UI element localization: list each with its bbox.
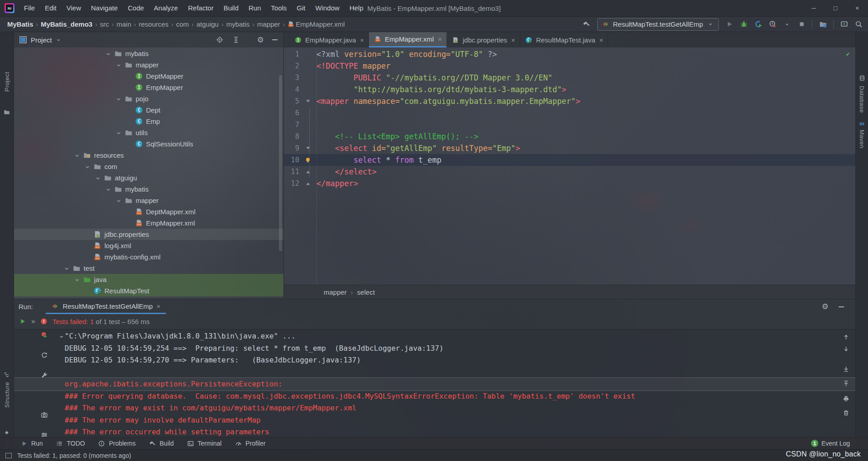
- code-line-1[interactable]: 1<?xml version="1.0" encoding="UTF-8" ?>: [284, 48, 855, 60]
- run-tab[interactable]: ResultMapTest.testGetAllEmp ×: [46, 299, 166, 314]
- locate-icon[interactable]: [216, 36, 224, 44]
- tab-resultmaptest-java[interactable]: CResultMapTest.java×: [520, 32, 609, 47]
- close-icon[interactable]: ×: [438, 35, 442, 43]
- toolwindow-button-run[interactable]: Run: [14, 437, 49, 449]
- code-line-7[interactable]: 7: [284, 119, 855, 131]
- close-icon[interactable]: ×: [511, 36, 515, 44]
- chevron-down-icon[interactable]: [116, 198, 122, 204]
- close-icon[interactable]: ×: [360, 36, 364, 44]
- breadcrumb-item[interactable]: resources: [139, 20, 169, 28]
- chevron-down-icon[interactable]: [64, 265, 70, 272]
- menu-edit[interactable]: Edit: [40, 0, 61, 16]
- code-editor[interactable]: 1<?xml version="1.0" encoding="UTF-8" ?>…: [284, 47, 855, 285]
- tree-item-resources[interactable]: resources: [14, 150, 283, 161]
- code-line-10[interactable]: 10 select * from t_emp: [284, 154, 855, 166]
- breadcrumb-item[interactable]: src: [100, 20, 109, 28]
- tree-item-sqlsessionutils[interactable]: CSqlSessionUtils: [14, 138, 283, 150]
- run-console[interactable]: » "C:\Program Files\Java\jdk1.8.0_131\bi…: [14, 329, 855, 437]
- code-line-8[interactable]: 8 <!-- List<Emp> getAllEmp(); -->: [284, 131, 855, 142]
- code-line-4[interactable]: 4 "http://mybatis.org/dtd/mybatis-3-mapp…: [284, 84, 855, 95]
- menu-navigate[interactable]: Navigate: [86, 0, 123, 16]
- chevron-down-icon[interactable]: [105, 51, 112, 57]
- menu-git[interactable]: Git: [292, 0, 310, 16]
- rerun-failed-tests-icon[interactable]: [40, 331, 48, 339]
- breadcrumb-item[interactable]: mapper: [257, 20, 280, 28]
- chevron-down-icon[interactable]: [85, 164, 91, 170]
- chevron-down-icon[interactable]: [116, 130, 122, 136]
- tree-item-deptmapper-xml[interactable]: <>DeptMapper.xml: [14, 206, 283, 217]
- tree-item-emp[interactable]: CEmp: [14, 116, 283, 127]
- tree-item-pojo[interactable]: pojo: [14, 93, 283, 104]
- maximize-button[interactable]: □: [825, 0, 846, 16]
- toolwindow-button-todo[interactable]: TODO: [49, 437, 91, 449]
- tool-stripe-structure[interactable]: Structure: [0, 371, 14, 408]
- bulb-icon[interactable]: [299, 157, 316, 163]
- debug-icon[interactable]: [740, 20, 748, 28]
- hide-icon[interactable]: [271, 36, 279, 44]
- tree-item-utils[interactable]: utils: [14, 127, 283, 138]
- tree-item-mybatis[interactable]: mybatis: [14, 183, 283, 195]
- chevron-down-icon[interactable]: [105, 186, 112, 193]
- chevron-down-icon[interactable]: [706, 20, 714, 28]
- editor-breadcrumb-item[interactable]: mapper: [324, 288, 347, 296]
- toolwindow-button-profiler[interactable]: Profiler: [228, 437, 272, 449]
- gear-icon[interactable]: ⚙: [256, 36, 264, 44]
- toggle-auto-test-icon[interactable]: [40, 351, 48, 359]
- fold-up-icon[interactable]: [299, 181, 316, 186]
- tree-item-atguigu[interactable]: atguigu: [14, 172, 283, 183]
- code-line-5[interactable]: 5<mapper namespace="com.atguigu.mybatis.…: [284, 95, 855, 107]
- tree-item-mybatis-config-xml[interactable]: <>mybatis-config.xml: [14, 251, 283, 263]
- chevron-down-icon[interactable]: [116, 62, 122, 68]
- chevron-down-icon[interactable]: [74, 152, 80, 159]
- minimize-button[interactable]: ─: [803, 0, 825, 16]
- run-config-selector[interactable]: ResultMapTest.testGetAllEmp: [597, 18, 719, 31]
- toolwindow-toggle-icon[interactable]: [5, 453, 12, 458]
- tab-empmapper-java[interactable]: IEmpMapper.java×: [289, 32, 369, 47]
- menu-window[interactable]: Window: [311, 0, 344, 16]
- tab-empmapper-xml[interactable]: <>EmpMapper.xml×: [369, 32, 447, 47]
- tree-item-mybatis[interactable]: mybatis: [14, 48, 283, 59]
- menu-code[interactable]: Code: [123, 0, 149, 16]
- tree-item-resultmaptest[interactable]: CResultMapTest: [14, 285, 283, 296]
- fold-down-icon[interactable]: [299, 146, 316, 151]
- menu-help[interactable]: Help: [344, 0, 368, 16]
- tool-stripe-project[interactable]: Project: [0, 72, 14, 92]
- tree-item-mapper[interactable]: mapper: [14, 195, 283, 206]
- menu-refactor[interactable]: Refactor: [183, 0, 219, 16]
- gear-icon[interactable]: ⚙: [821, 303, 829, 311]
- thread-dump-icon[interactable]: [40, 411, 48, 419]
- code-line-11[interactable]: 11 </select>: [284, 166, 855, 178]
- project-scrollbar[interactable]: [279, 75, 282, 251]
- tree-item-test[interactable]: test: [14, 263, 283, 274]
- run-icon[interactable]: [725, 20, 733, 28]
- tab-jdbc-properties[interactable]: jdbc.properties×: [447, 32, 520, 47]
- editor-breadcrumb-item[interactable]: select: [357, 288, 375, 296]
- stop-icon[interactable]: [797, 20, 806, 28]
- code-line-9[interactable]: 9 <select id="getAllEmp" resultType="Emp…: [284, 142, 855, 154]
- chevron-down-icon[interactable]: [95, 175, 101, 181]
- menu-run[interactable]: Run: [244, 0, 266, 16]
- tree-item-jdbc-properties[interactable]: jdbc.properties: [14, 229, 283, 240]
- toolwindow-button-build[interactable]: Build: [142, 437, 180, 449]
- tree-item-mapper[interactable]: mapper: [14, 59, 283, 71]
- code-line-12[interactable]: 12</mapper>: [284, 178, 855, 189]
- clear-icon[interactable]: [842, 409, 850, 417]
- close-icon[interactable]: ×: [156, 302, 160, 310]
- toolwindow-button-problems[interactable]: Problems: [91, 437, 142, 449]
- breadcrumb-item[interactable]: EmpMapper.xml: [296, 20, 344, 28]
- scroll-down-icon[interactable]: [842, 345, 850, 353]
- tree-item-empmapper-xml[interactable]: <>EmpMapper.xml: [14, 217, 283, 229]
- breadcrumb-item[interactable]: main: [117, 20, 132, 28]
- menu-file[interactable]: File: [19, 0, 40, 16]
- code-line-3[interactable]: 3 PUBLIC "-//mybatis.org//DTD Mapper 3.0…: [284, 72, 855, 84]
- code-line-6[interactable]: 6: [284, 107, 855, 119]
- collapse-all-icon[interactable]: [232, 36, 240, 44]
- breadcrumb-item[interactable]: MyBatis: [7, 20, 33, 28]
- menu-view[interactable]: View: [61, 0, 86, 16]
- breadcrumb-item[interactable]: com: [176, 20, 189, 28]
- fold-up-icon[interactable]: [299, 169, 316, 174]
- test-settings-icon[interactable]: [40, 371, 48, 379]
- tree-item-empmapper[interactable]: IEmpMapper: [14, 82, 283, 93]
- tree-item-java[interactable]: java: [14, 274, 283, 285]
- rerun-icon[interactable]: [19, 317, 27, 325]
